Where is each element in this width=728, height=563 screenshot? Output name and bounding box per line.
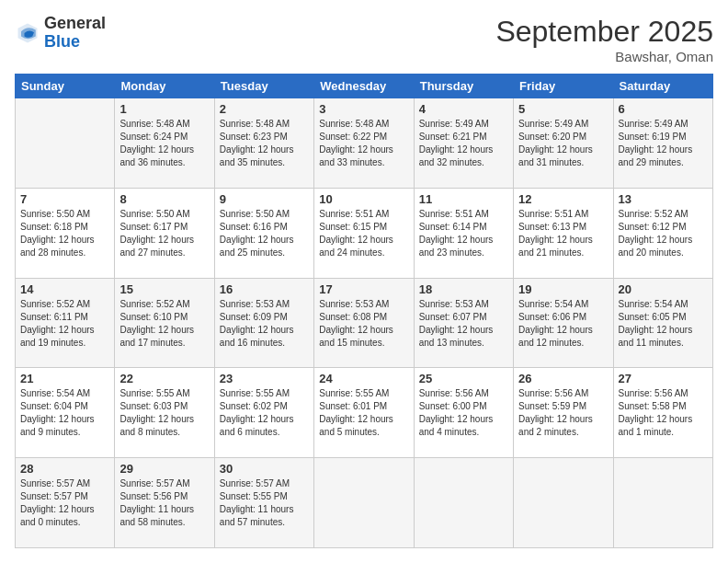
day-number: 9 bbox=[220, 192, 309, 206]
cell-details: Sunrise: 5:55 AM Sunset: 6:01 PM Dayligh… bbox=[319, 388, 393, 437]
day-header-saturday: Saturday bbox=[613, 75, 712, 98]
cell-details: Sunrise: 5:55 AM Sunset: 6:02 PM Dayligh… bbox=[220, 388, 294, 437]
day-number: 6 bbox=[619, 102, 708, 116]
day-number: 8 bbox=[119, 192, 209, 206]
month-title: September 2025 bbox=[495, 15, 713, 49]
calendar-table: SundayMondayTuesdayWednesdayThursdayFrid… bbox=[15, 74, 713, 548]
title-block: September 2025 Bawshar, Oman bbox=[495, 15, 713, 64]
day-number: 19 bbox=[518, 282, 608, 296]
cell-details: Sunrise: 5:49 AM Sunset: 6:21 PM Dayligh… bbox=[419, 119, 494, 167]
day-number: 13 bbox=[619, 192, 708, 206]
calendar-cell: 30Sunrise: 5:57 AM Sunset: 5:55 PM Dayli… bbox=[214, 458, 313, 548]
day-number: 4 bbox=[419, 102, 508, 116]
cell-details: Sunrise: 5:52 AM Sunset: 6:10 PM Dayligh… bbox=[119, 299, 194, 348]
logo-text: General Blue bbox=[44, 15, 106, 52]
calendar-cell: 25Sunrise: 5:56 AM Sunset: 6:00 PM Dayli… bbox=[414, 368, 513, 458]
cell-details: Sunrise: 5:54 AM Sunset: 6:05 PM Dayligh… bbox=[619, 299, 693, 348]
day-number: 25 bbox=[419, 372, 508, 385]
cell-details: Sunrise: 5:53 AM Sunset: 6:07 PM Dayligh… bbox=[419, 299, 494, 348]
cell-details: Sunrise: 5:50 AM Sunset: 6:16 PM Dayligh… bbox=[220, 209, 294, 258]
day-number: 1 bbox=[119, 102, 209, 116]
cell-details: Sunrise: 5:48 AM Sunset: 6:24 PM Dayligh… bbox=[119, 119, 194, 167]
header: General Blue September 2025 Bawshar, Oma… bbox=[15, 15, 713, 64]
day-number: 17 bbox=[319, 282, 408, 296]
cell-details: Sunrise: 5:51 AM Sunset: 6:14 PM Dayligh… bbox=[419, 209, 494, 258]
day-number: 7 bbox=[20, 192, 109, 206]
day-number: 12 bbox=[518, 192, 608, 206]
day-header-monday: Monday bbox=[115, 75, 214, 98]
location: Bawshar, Oman bbox=[495, 49, 713, 64]
day-number: 24 bbox=[319, 372, 408, 385]
calendar-cell: 13Sunrise: 5:52 AM Sunset: 6:12 PM Dayli… bbox=[613, 188, 712, 278]
calendar-cell bbox=[314, 458, 414, 548]
calendar-week-1: 1Sunrise: 5:48 AM Sunset: 6:24 PM Daylig… bbox=[16, 98, 713, 189]
calendar-cell: 18Sunrise: 5:53 AM Sunset: 6:07 PM Dayli… bbox=[414, 278, 513, 368]
calendar-cell: 7Sunrise: 5:50 AM Sunset: 6:18 PM Daylig… bbox=[16, 188, 115, 278]
cell-details: Sunrise: 5:54 AM Sunset: 6:06 PM Dayligh… bbox=[518, 299, 593, 348]
cell-details: Sunrise: 5:48 AM Sunset: 6:22 PM Dayligh… bbox=[319, 119, 393, 167]
day-number: 10 bbox=[319, 192, 408, 206]
calendar-cell bbox=[16, 98, 115, 189]
cell-details: Sunrise: 5:57 AM Sunset: 5:55 PM Dayligh… bbox=[220, 478, 294, 527]
logo-blue: Blue bbox=[44, 32, 80, 51]
day-header-tuesday: Tuesday bbox=[214, 75, 313, 98]
cell-details: Sunrise: 5:50 AM Sunset: 6:17 PM Dayligh… bbox=[119, 209, 194, 258]
cell-details: Sunrise: 5:53 AM Sunset: 6:09 PM Dayligh… bbox=[220, 299, 294, 348]
calendar-cell: 12Sunrise: 5:51 AM Sunset: 6:13 PM Dayli… bbox=[514, 188, 613, 278]
day-number: 11 bbox=[419, 192, 508, 206]
calendar-cell bbox=[414, 458, 513, 548]
calendar-cell bbox=[613, 458, 712, 548]
calendar-cell: 28Sunrise: 5:57 AM Sunset: 5:57 PM Dayli… bbox=[16, 458, 115, 548]
day-number: 27 bbox=[619, 372, 708, 385]
calendar-cell: 8Sunrise: 5:50 AM Sunset: 6:17 PM Daylig… bbox=[115, 188, 214, 278]
cell-details: Sunrise: 5:52 AM Sunset: 6:12 PM Dayligh… bbox=[619, 209, 693, 258]
cell-details: Sunrise: 5:49 AM Sunset: 6:19 PM Dayligh… bbox=[619, 119, 693, 167]
day-number: 14 bbox=[20, 282, 109, 296]
page: General Blue September 2025 Bawshar, Oma… bbox=[0, 0, 728, 563]
calendar-cell bbox=[514, 458, 613, 548]
cell-details: Sunrise: 5:50 AM Sunset: 6:18 PM Dayligh… bbox=[20, 209, 95, 258]
day-number: 29 bbox=[119, 462, 209, 476]
cell-details: Sunrise: 5:48 AM Sunset: 6:23 PM Dayligh… bbox=[220, 119, 294, 167]
cell-details: Sunrise: 5:55 AM Sunset: 6:03 PM Dayligh… bbox=[119, 388, 194, 437]
calendar-week-3: 14Sunrise: 5:52 AM Sunset: 6:11 PM Dayli… bbox=[16, 278, 713, 368]
day-header-thursday: Thursday bbox=[414, 75, 513, 98]
calendar-cell: 20Sunrise: 5:54 AM Sunset: 6:05 PM Dayli… bbox=[613, 278, 712, 368]
day-number: 20 bbox=[619, 282, 708, 296]
calendar-cell: 9Sunrise: 5:50 AM Sunset: 6:16 PM Daylig… bbox=[214, 188, 313, 278]
calendar-cell: 26Sunrise: 5:56 AM Sunset: 5:59 PM Dayli… bbox=[514, 368, 613, 458]
cell-details: Sunrise: 5:57 AM Sunset: 5:56 PM Dayligh… bbox=[119, 478, 194, 527]
calendar-cell: 24Sunrise: 5:55 AM Sunset: 6:01 PM Dayli… bbox=[314, 368, 414, 458]
day-number: 2 bbox=[220, 102, 309, 116]
day-number: 5 bbox=[518, 102, 608, 116]
day-number: 28 bbox=[20, 462, 109, 476]
calendar-header-row: SundayMondayTuesdayWednesdayThursdayFrid… bbox=[16, 75, 713, 98]
day-number: 21 bbox=[20, 372, 109, 385]
calendar-cell: 11Sunrise: 5:51 AM Sunset: 6:14 PM Dayli… bbox=[414, 188, 513, 278]
cell-details: Sunrise: 5:56 AM Sunset: 5:59 PM Dayligh… bbox=[518, 388, 593, 437]
cell-details: Sunrise: 5:56 AM Sunset: 6:00 PM Dayligh… bbox=[419, 388, 494, 437]
calendar-cell: 15Sunrise: 5:52 AM Sunset: 6:10 PM Dayli… bbox=[115, 278, 214, 368]
cell-details: Sunrise: 5:56 AM Sunset: 5:58 PM Dayligh… bbox=[619, 388, 693, 437]
calendar-cell: 17Sunrise: 5:53 AM Sunset: 6:08 PM Dayli… bbox=[314, 278, 414, 368]
day-number: 22 bbox=[119, 372, 209, 385]
day-number: 18 bbox=[419, 282, 508, 296]
cell-details: Sunrise: 5:57 AM Sunset: 5:57 PM Dayligh… bbox=[20, 478, 95, 527]
calendar-cell: 21Sunrise: 5:54 AM Sunset: 6:04 PM Dayli… bbox=[16, 368, 115, 458]
calendar-cell: 5Sunrise: 5:49 AM Sunset: 6:20 PM Daylig… bbox=[514, 98, 613, 189]
day-number: 26 bbox=[518, 372, 608, 385]
cell-details: Sunrise: 5:53 AM Sunset: 6:08 PM Dayligh… bbox=[319, 299, 393, 348]
day-header-wednesday: Wednesday bbox=[314, 75, 414, 98]
cell-details: Sunrise: 5:54 AM Sunset: 6:04 PM Dayligh… bbox=[20, 388, 95, 437]
day-number: 15 bbox=[119, 282, 209, 296]
calendar-cell: 14Sunrise: 5:52 AM Sunset: 6:11 PM Dayli… bbox=[16, 278, 115, 368]
calendar-cell: 2Sunrise: 5:48 AM Sunset: 6:23 PM Daylig… bbox=[214, 98, 313, 189]
calendar-week-4: 21Sunrise: 5:54 AM Sunset: 6:04 PM Dayli… bbox=[16, 368, 713, 458]
logo-icon bbox=[15, 20, 40, 46]
cell-details: Sunrise: 5:49 AM Sunset: 6:20 PM Dayligh… bbox=[518, 119, 593, 167]
day-header-sunday: Sunday bbox=[16, 75, 115, 98]
calendar-week-2: 7Sunrise: 5:50 AM Sunset: 6:18 PM Daylig… bbox=[16, 188, 713, 278]
calendar-cell: 19Sunrise: 5:54 AM Sunset: 6:06 PM Dayli… bbox=[514, 278, 613, 368]
calendar-cell: 10Sunrise: 5:51 AM Sunset: 6:15 PM Dayli… bbox=[314, 188, 414, 278]
cell-details: Sunrise: 5:52 AM Sunset: 6:11 PM Dayligh… bbox=[20, 299, 95, 348]
